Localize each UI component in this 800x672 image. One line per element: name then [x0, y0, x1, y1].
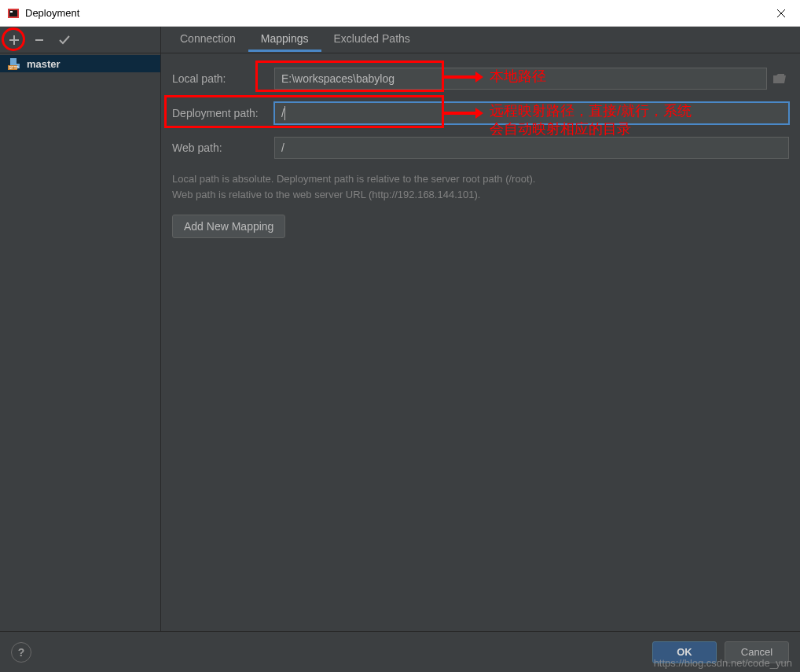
- set-default-button[interactable]: [57, 32, 72, 48]
- close-button[interactable]: [769, 2, 794, 25]
- app-icon: [6, 6, 20, 20]
- tabs: Connection Mappings Excluded Paths: [161, 27, 800, 53]
- add-server-button[interactable]: [6, 32, 22, 48]
- svg-text:SFTP: SFTP: [9, 65, 19, 70]
- local-path-input[interactable]: [274, 68, 767, 90]
- web-path-label: Web path:: [172, 141, 274, 154]
- server-name: master: [27, 58, 61, 70]
- server-item-master[interactable]: SFTP master: [0, 55, 160, 72]
- browse-folder-icon[interactable]: [770, 68, 789, 90]
- svg-rect-2: [10, 11, 13, 13]
- help-button[interactable]: ?: [11, 642, 31, 663]
- help-line-1: Local path is absolute. Deployment path …: [172, 171, 789, 187]
- tab-mappings[interactable]: Mappings: [248, 28, 321, 52]
- titlebar-left: Deployment: [6, 6, 79, 20]
- sftp-icon: SFTP: [8, 57, 22, 70]
- web-path-input[interactable]: [274, 137, 789, 159]
- help-line-2: Web path is relative to the web server U…: [172, 187, 789, 203]
- text-caret: [284, 106, 285, 120]
- local-path-label: Local path:: [172, 72, 274, 85]
- watermark: https://blog.csdn.net/code_yun: [654, 657, 792, 669]
- sidebar: SFTP master: [0, 27, 161, 631]
- server-toolbar: [0, 27, 160, 53]
- add-new-mapping-button[interactable]: Add New Mapping: [172, 215, 285, 238]
- deployment-path-input[interactable]: /: [274, 102, 789, 124]
- web-path-row: Web path:: [172, 137, 789, 159]
- main-area: SFTP master Connection Mappings Excluded…: [0, 27, 800, 631]
- content-panel: Connection Mappings Excluded Paths Local…: [161, 27, 800, 631]
- server-list: SFTP master: [0, 53, 160, 74]
- deployment-path-label: Deployment path:: [172, 107, 274, 119]
- mappings-form: Local path: Deployment path: / Web path:…: [161, 53, 800, 252]
- deployment-path-row: Deployment path: /: [172, 102, 789, 124]
- titlebar: Deployment: [0, 0, 800, 27]
- window-title: Deployment: [25, 7, 79, 19]
- tab-connection[interactable]: Connection: [167, 28, 248, 52]
- help-text: Local path is absolute. Deployment path …: [172, 171, 789, 202]
- local-path-row: Local path:: [172, 68, 789, 90]
- tab-excluded-paths[interactable]: Excluded Paths: [321, 28, 423, 52]
- remove-server-button[interactable]: [31, 32, 47, 48]
